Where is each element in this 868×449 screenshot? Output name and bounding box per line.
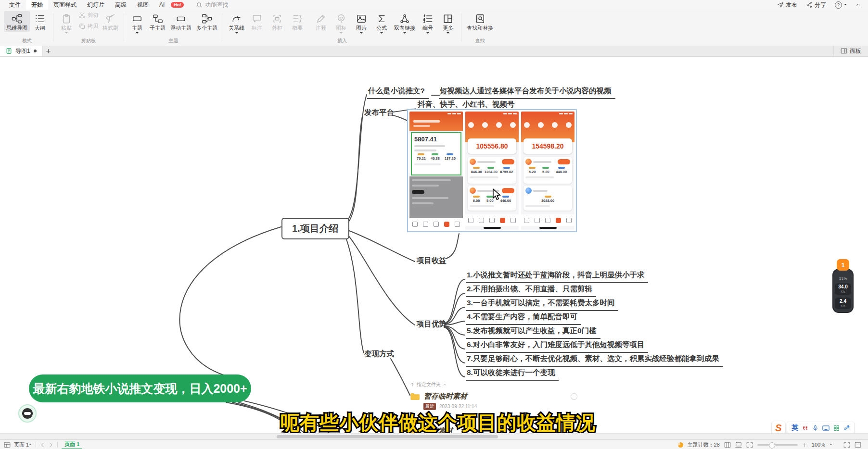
download-speed: 34.0 xyxy=(838,285,847,289)
page-selector[interactable]: 页面 1 xyxy=(14,441,29,449)
new-tab-button[interactable] xyxy=(43,46,54,56)
pencil-icon xyxy=(316,13,326,24)
share-nodes-icon xyxy=(806,1,813,8)
mindmap-node-question-answer[interactable]: 短视频达人通过各媒体平台发布关于小说内容的视频 xyxy=(439,86,615,99)
menu-tab-slides[interactable]: 幻灯片 xyxy=(82,0,110,10)
summary-label: 概要 xyxy=(292,25,303,31)
frame-button[interactable]: 外框 xyxy=(267,11,287,32)
help-icon: ? xyxy=(835,1,842,9)
collapse-panel-icon[interactable] xyxy=(855,442,861,448)
microphone-icon[interactable] xyxy=(812,425,818,431)
copy-button[interactable]: 拷贝 xyxy=(77,22,100,30)
keyboard-icon[interactable] xyxy=(822,425,830,431)
mindmap-node-monetize[interactable]: 变现方式 xyxy=(364,349,394,359)
relation-line-label: 关系线 xyxy=(229,25,244,31)
panel-toggle-button[interactable]: 面板 xyxy=(833,46,868,56)
ribbon-toolbar: 思维导图 大纲 模式 粘贴 剪切 拷贝 xyxy=(0,10,868,46)
sogou-logo[interactable]: S xyxy=(772,421,785,435)
zoom-slider-thumb[interactable] xyxy=(769,442,775,449)
callout-button[interactable]: 标注 xyxy=(247,11,267,32)
subtopic-icon xyxy=(153,13,163,24)
menu-tab-home[interactable]: 开始 xyxy=(26,0,48,10)
frame-label: 外框 xyxy=(272,25,282,31)
summary-button[interactable]: 概要 xyxy=(287,11,307,32)
cut-button[interactable]: 剪切 xyxy=(77,11,100,19)
numbered-list-icon xyxy=(422,13,433,24)
mindmap-node-advantage-item[interactable]: 5.发布视频就可以产生收益，真正0门槛 xyxy=(466,326,600,339)
mindmap-node-question[interactable]: 什么是小说推文? xyxy=(367,86,429,99)
floating-topic-button[interactable]: 浮动主题 xyxy=(168,11,194,32)
mindmap-central-node[interactable]: 1.项目介绍 xyxy=(281,218,349,239)
menu-tab-page-style[interactable]: 页面样式 xyxy=(48,0,82,10)
menu-tab-ai[interactable]: AI xyxy=(154,0,170,9)
feature-search[interactable]: 功能查找 xyxy=(196,1,228,9)
outline-mode-button[interactable]: 大纲 xyxy=(30,11,50,32)
toolbox-wrench-icon[interactable] xyxy=(843,425,850,431)
zoom-slider[interactable] xyxy=(757,444,798,446)
assistant-robot-button[interactable] xyxy=(18,404,37,423)
view-columns-icon[interactable] xyxy=(724,442,731,448)
share-button[interactable]: 分享 xyxy=(806,1,826,9)
zoom-level[interactable]: 100% xyxy=(812,442,825,448)
skin-grid-icon[interactable] xyxy=(833,425,840,431)
mindmap-node-advantage-item[interactable]: 2.不用拍摄出镜、不用直播、只需剪辑 xyxy=(466,284,596,297)
phone1-balance: 5807.41 xyxy=(414,136,458,143)
horizontal-scrollbar[interactable] xyxy=(0,433,868,440)
comment-button[interactable]: 注释 xyxy=(311,11,331,32)
numbering-button[interactable]: 编号 xyxy=(418,11,438,36)
find-replace-button[interactable]: 查找和替换 xyxy=(464,11,496,32)
subtopic-button[interactable]: 子主题 xyxy=(147,11,168,32)
more-insert-button[interactable]: 更多 xyxy=(438,11,458,36)
paste-button[interactable]: 粘贴 xyxy=(56,11,77,36)
menu-tab-advanced[interactable]: 高级 xyxy=(110,0,132,10)
earnings-screenshot-node[interactable]: 5807.41 76.21 46.38 137.26 105556.80 xyxy=(407,109,577,232)
format-painter-button[interactable]: 格式刷 xyxy=(100,11,121,32)
reading-view-icon[interactable] xyxy=(735,442,742,448)
zoom-in-icon[interactable] xyxy=(802,442,807,448)
multi-topic-button[interactable]: 多个主题 xyxy=(194,11,220,32)
group-label-topic: 主题 xyxy=(169,37,179,46)
mindmap-node-advantage-item[interactable]: 8.可以收徒来进行一个变现 xyxy=(466,368,559,381)
menu-tab-file[interactable]: 文件 xyxy=(4,0,26,10)
mindmap-node-advantage-item[interactable]: 4.不需要生产内容，简单配音即可 xyxy=(466,312,581,325)
mindmap-node-platform[interactable]: 发布平台 xyxy=(364,108,394,118)
quote-icon[interactable] xyxy=(802,425,808,431)
menu-tab-view[interactable]: 视图 xyxy=(132,0,154,10)
image-button[interactable]: 图片 xyxy=(351,11,371,36)
fullscreen-icon[interactable] xyxy=(843,442,850,448)
relation-line-button[interactable]: 关系线 xyxy=(226,11,247,36)
help-button[interactable]: ? xyxy=(835,1,847,9)
prev-page-icon[interactable] xyxy=(40,442,45,448)
mindmap-node-income[interactable]: 项目收益 xyxy=(417,256,447,266)
publish-button[interactable]: 发布 xyxy=(777,1,797,9)
mindmap-node-advantage[interactable]: 项目优势 xyxy=(417,319,447,329)
mindmap-mode-button[interactable]: 思维导图 xyxy=(4,11,30,32)
formula-button[interactable]: 公式 xyxy=(371,11,392,36)
unsaved-dot-icon xyxy=(34,50,37,52)
mindmap-node-advantage-item[interactable]: 6.对小白非常友好，入门难度远低于其他短视频等项目 xyxy=(466,340,648,353)
menu-right: 发布 分享 ? xyxy=(777,1,868,9)
mindmap-node-advantage-item[interactable]: 1.小说推文暂时还处于蓝海阶段，抖音上明显供小于求 xyxy=(466,270,648,283)
group-find: 查找和替换 查找 xyxy=(462,10,498,46)
mindmap-root-node[interactable]: 最新右豹地铁小说推文变现，日入2000+ xyxy=(29,374,251,402)
next-page-icon[interactable] xyxy=(48,442,53,448)
bidirectional-link-button[interactable]: 双向链接 xyxy=(392,11,418,36)
system-monitor-widget[interactable]: 1 51% 34.0 K/s 2.4 K/s xyxy=(832,259,854,313)
phone3-value: 3088.00 xyxy=(541,199,554,203)
mindmap-node-advantage-item[interactable]: 3.一台手机就可以搞定，不需要耗费太多时间 xyxy=(466,298,618,311)
collapse-ribbon-icon[interactable] xyxy=(855,2,861,8)
page-tab-active[interactable]: 页面 1 xyxy=(62,440,82,449)
folder-header[interactable]: 指定文件夹 xyxy=(410,381,581,388)
folder-row[interactable]: 暂存临时素材 xyxy=(410,392,581,401)
page-grid-icon[interactable] xyxy=(4,442,11,448)
scrollbar-thumb[interactable] xyxy=(277,435,498,438)
toolbar-divider xyxy=(223,13,223,42)
document-tab[interactable]: 导图1 xyxy=(0,46,43,56)
topic-button[interactable]: 主题 xyxy=(127,11,147,36)
fit-window-icon[interactable] xyxy=(746,442,753,448)
ime-language-toggle[interactable]: 英 xyxy=(791,424,798,432)
icon-insert-button[interactable]: 图标 xyxy=(331,11,351,36)
menu-bar: 文件 开始 页面样式 幻灯片 高级 视图 AI Hot 功能查找 发布 分享 ? xyxy=(0,0,868,10)
radio-icon[interactable] xyxy=(571,393,577,400)
mindmap-node-advantage-item[interactable]: 7.只要足够耐心，不断去优化视频、素材、选文，积累实战经验都能拿到成果 xyxy=(466,354,723,367)
